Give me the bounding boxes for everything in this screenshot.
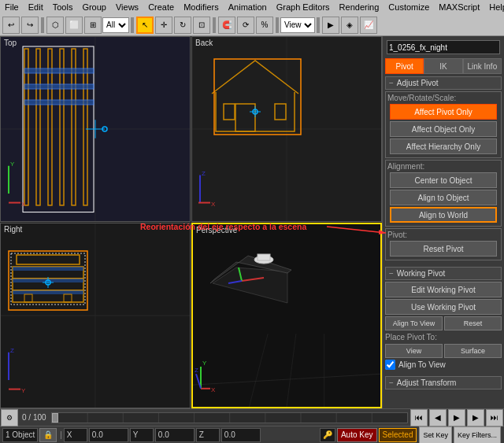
main-area: Top X [0,36,504,408]
right-panel-scroll[interactable]: Pivot IK Link Info Adjust Pivot Move/Rot… [383,36,504,408]
svg-text:Y: Y [21,387,26,394]
svg-text:X: X [211,201,216,208]
menubar: File Edit Tools Group Views Create Modif… [0,0,504,14]
svg-text:Z: Z [202,170,206,177]
menu-customize[interactable]: Customize [384,2,434,12]
viewport-top-label: Top [4,39,17,47]
svg-text:Z: Z [195,367,198,374]
filter-select[interactable]: All [102,17,129,33]
render-btn[interactable]: ▶ [322,17,339,34]
viewport-back[interactable]: Back Z X [191,36,382,222]
percent-snap-btn[interactable]: % [256,17,273,34]
x-value[interactable]: 0.0 [89,428,128,442]
svg-rect-40 [13,290,83,294]
undo-btn[interactable]: ↩ [2,17,20,34]
select-object-btn[interactable]: ⬡ [46,17,64,34]
view-select[interactable]: View [280,17,315,33]
snap-btn[interactable]: 🧲 [218,17,235,34]
viewport-right-label: Right [4,225,22,234]
view-btn[interactable]: View [385,344,443,358]
select-move-btn[interactable]: ✛ [155,17,172,34]
go-to-end-btn[interactable]: ⏭ [486,409,503,426]
prev-frame-btn[interactable]: ◀ [429,409,447,426]
z-field: Z [196,428,220,442]
play-btn[interactable]: ▶ [448,409,465,426]
statusbar: 1 Object 🔒 | X 0.0 Y 0.0 Z 0.0 🔑 Auto Ke… [0,426,504,443]
adjust-pivot-header[interactable]: Adjust Pivot [385,76,502,90]
viewport-top[interactable]: Top X [0,36,191,222]
selected-btn[interactable]: Selected [379,428,417,442]
svg-rect-41 [24,294,32,302]
working-pivot-header[interactable]: Working Pivot [385,267,502,280]
center-to-object-btn[interactable]: Center to Object [390,172,497,188]
svg-text:Z: Z [10,347,14,354]
reset-pivot-btn[interactable]: Reset Pivot [390,241,497,257]
select-region-btn[interactable]: ⬜ [65,17,83,34]
key-filters-btn[interactable]: Key Filters... [454,426,501,444]
toolbar-sep-4 [276,17,279,33]
redo-btn[interactable]: ↪ [21,17,39,34]
material-btn[interactable]: ◈ [341,17,358,34]
menu-edit[interactable]: Edit [24,2,48,12]
y-value[interactable]: 0.0 [155,428,195,442]
menu-graph-editors[interactable]: Graph Editors [272,2,335,12]
scale-btn[interactable]: ⊡ [193,17,210,34]
pivot-tab[interactable]: Pivot [385,58,424,74]
timeline-settings-btn[interactable]: ⚙ [1,409,18,426]
svg-rect-10 [24,84,94,89]
viewport-right[interactable]: Right [0,223,191,408]
svg-rect-24 [214,59,301,135]
lock-btn[interactable]: 🔒 [39,428,57,442]
move-rotate-label: Move/Rotate/Scale: [387,94,499,102]
set-key-btn[interactable]: Set Key [419,426,452,444]
viewport-perspective[interactable]: Perspective [191,223,382,408]
pivot-group: Pivot: Reset Pivot [385,228,502,260]
align-to-view-btn[interactable]: Align To View [385,316,443,330]
next-frame-btn[interactable]: ▶ [467,409,484,426]
viewport-area: Top X [0,36,382,408]
select-filter-btn[interactable]: ⊞ [84,17,102,34]
menu-help[interactable]: Help [484,2,504,12]
affect-object-only-btn[interactable]: Affect Object Only [390,121,497,137]
go-to-start-btn[interactable]: ⏮ [410,409,428,426]
svg-rect-23 [275,104,286,120]
toolbar-sep-3 [213,17,216,33]
menu-rendering[interactable]: Rendering [335,2,384,12]
menu-create[interactable]: Create [143,2,179,12]
menu-animation[interactable]: Animation [224,2,272,12]
affect-pivot-only-btn[interactable]: Affect Pivot Only [390,104,497,120]
main-toolbar: ↩ ↪ ⬡ ⬜ ⊞ All ↖ ✛ ↻ ⊡ 🧲 ⟳ % View ▶ ◈ 📈 [0,14,504,36]
curve-editor-btn[interactable]: 📈 [360,17,377,34]
align-to-view-checkbox[interactable] [385,360,395,370]
adjust-transform-header[interactable]: Adjust Transform [385,376,502,389]
reset-btn[interactable]: Reset [444,316,502,330]
link-info-tab[interactable]: Link Info [463,58,502,74]
edit-working-pivot-btn[interactable]: Edit Working Pivot [385,282,502,297]
object-name-input[interactable] [387,40,500,54]
hierarchy-tabs: Pivot IK Link Info [385,58,502,74]
angle-snap-btn[interactable]: ⟳ [237,17,254,34]
rotate-btn[interactable]: ↻ [174,17,191,34]
ik-tab[interactable]: IK [424,58,462,74]
align-to-object-btn[interactable]: Align to Object [390,190,497,205]
menu-modifiers[interactable]: Modifiers [179,2,224,12]
alignment-group: Alignment: Center to Object Align to Obj… [385,160,502,227]
svg-rect-56 [258,254,270,260]
affect-hierarchy-btn[interactable]: Affect Hierarchy Only [390,138,497,154]
select-btn[interactable]: ↖ [136,17,154,34]
autokey-btn[interactable]: Auto Key [337,428,377,442]
z-value[interactable]: 0.0 [221,428,261,442]
menu-maxscript[interactable]: MAXScript [434,2,484,12]
svg-rect-9 [24,68,94,73]
menu-views[interactable]: Views [111,2,143,12]
menu-file[interactable]: File [0,2,24,12]
svg-rect-22 [224,104,235,120]
x-sep: | [60,430,62,439]
menu-group[interactable]: Group [77,2,111,12]
align-to-world-btn[interactable]: Align to World [390,207,497,223]
use-working-pivot-btn[interactable]: Use Working Pivot [385,299,502,315]
align-reset-row: Align To View Reset [385,316,502,330]
menu-tools[interactable]: Tools [48,2,78,12]
timeline-bar[interactable] [51,412,408,423]
surface-btn[interactable]: Surface [444,344,502,358]
